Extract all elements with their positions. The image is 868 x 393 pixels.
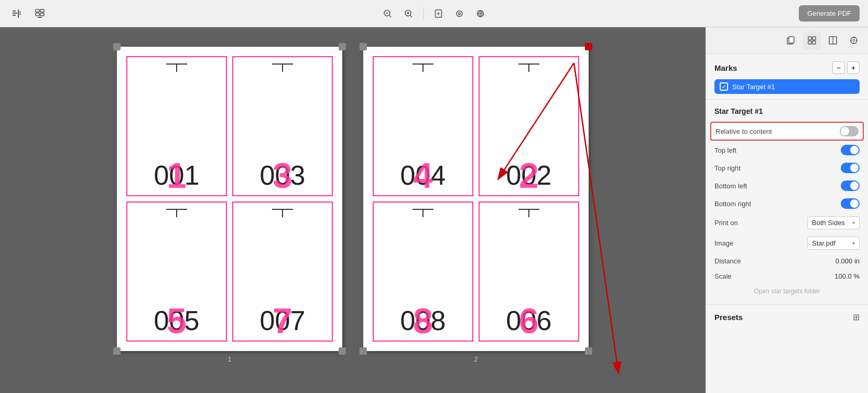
- print-on-value: Both Sides: [812, 219, 845, 227]
- svg-rect-2: [13, 15, 16, 16]
- card-base-4: 004: [400, 162, 446, 189]
- card-base-6: 006: [506, 307, 552, 334]
- card-6: 006 6: [479, 201, 579, 342]
- svg-rect-5: [19, 14, 21, 15]
- mark-checkbox-check: ✓: [722, 83, 726, 90]
- main-layout: 001 1 003 3: [0, 27, 868, 393]
- presets-grid-icon[interactable]: ⊞: [853, 312, 860, 322]
- sidebar-grid-view-btn[interactable]: [803, 31, 821, 49]
- card-base-8: 008: [400, 307, 446, 334]
- mark-item-star-target-1[interactable]: ✓ Star Target #1: [714, 79, 860, 94]
- card-base-5: 005: [154, 307, 200, 334]
- relative-to-content-label: Relative to content: [715, 128, 772, 135]
- page-1-label: 1: [227, 355, 231, 363]
- print-on-row: Print on Both Sides ▾: [714, 213, 860, 232]
- actual-size-button[interactable]: [472, 5, 489, 22]
- card-top-mark-6: [518, 209, 539, 217]
- card-number-2: 002 2: [506, 162, 552, 189]
- svg-point-21: [457, 10, 462, 16]
- zoom-in-button[interactable]: [400, 5, 417, 22]
- mark-item-label: Star Target #1: [732, 83, 854, 91]
- bottom-left-row: Bottom left: [714, 177, 860, 194]
- image-dropdown[interactable]: Star.pdf ▾: [807, 237, 860, 250]
- corner-mark-br-p1: [339, 347, 346, 355]
- fit-page-button[interactable]: [430, 5, 447, 22]
- corner-mark-tr-p2: [585, 43, 592, 50]
- top-right-toggle[interactable]: [841, 163, 860, 173]
- card-1: 001 1: [126, 56, 227, 196]
- corner-mark-tl-p2: [360, 43, 367, 50]
- svg-rect-35: [812, 41, 816, 44]
- corner-mark-tr-p1: [339, 43, 346, 50]
- card-8: 008 8: [373, 201, 473, 342]
- svg-rect-7: [40, 9, 44, 12]
- corner-mark-br-p2: [585, 347, 592, 355]
- card-number-5: 005 5: [154, 307, 200, 334]
- relative-to-content-row: Relative to content: [710, 122, 864, 141]
- card-number-7: 007 7: [260, 307, 306, 334]
- page-1: 001 1 003 3: [117, 47, 342, 351]
- page-2: 004 4 002 2: [363, 47, 589, 351]
- sidebar-copy-layout-btn[interactable]: [782, 31, 800, 49]
- marks-plus-btn[interactable]: +: [847, 61, 860, 74]
- card-number-8: 008 8: [400, 307, 446, 334]
- top-left-toggle[interactable]: [841, 145, 860, 155]
- card-number-6: 006 6: [506, 307, 552, 334]
- svg-rect-4: [19, 12, 21, 13]
- card-grid-p2: 004 4 002 2: [363, 47, 589, 351]
- generate-pdf-button[interactable]: Generate PDF: [799, 5, 860, 22]
- arrow-overlay: [0, 27, 706, 393]
- presets-title: Presets: [714, 313, 743, 322]
- zoom-out-button[interactable]: [379, 5, 396, 22]
- toolbar: Generate PDF: [0, 0, 868, 27]
- print-on-label: Print on: [714, 219, 738, 227]
- marks-actions: − +: [832, 61, 860, 74]
- canvas-area[interactable]: 001 1 003 3: [0, 27, 706, 393]
- card-top-mark-1: [166, 63, 187, 72]
- svg-rect-33: [812, 37, 816, 40]
- image-value: Star.pdf: [812, 239, 836, 247]
- svg-rect-1: [13, 13, 17, 14]
- svg-rect-8: [36, 13, 39, 16]
- toolbar-left-tools: [8, 5, 48, 22]
- open-folder-link[interactable]: Open star targets folder: [714, 283, 860, 297]
- svg-rect-31: [789, 37, 794, 43]
- sidebar: Marks − + ✓ Star Target #1 Star Target #…: [706, 27, 868, 393]
- page-2-label: 2: [474, 355, 478, 363]
- top-right-row: Top right: [714, 160, 860, 176]
- svg-point-22: [459, 13, 461, 15]
- sidebar-split-view-btn[interactable]: [824, 31, 842, 49]
- marks-title: Marks: [714, 63, 737, 72]
- relative-to-content-toggle[interactable]: [840, 126, 859, 136]
- svg-rect-3: [18, 9, 19, 18]
- marks-header: Marks − +: [714, 61, 860, 74]
- card-top-mark-8: [413, 209, 433, 217]
- toggle-knob-br: [850, 199, 859, 208]
- page-2-wrapper: 004 4 002 2: [363, 47, 589, 363]
- scale-label: Scale: [714, 272, 732, 280]
- card-top-mark-5: [166, 209, 187, 217]
- bottom-left-toggle[interactable]: [841, 180, 860, 191]
- card-7: 007 7: [232, 201, 333, 342]
- bottom-right-label: Bottom right: [714, 200, 751, 208]
- marks-minus-btn[interactable]: −: [832, 61, 845, 74]
- scale-row: Scale 100.0 %: [714, 269, 860, 283]
- toggle-knob-tr: [850, 164, 859, 172]
- toolbar-center-tools: [379, 5, 489, 22]
- distance-row: Distance 0.000 in: [714, 254, 860, 268]
- fit-width-button[interactable]: [451, 5, 468, 22]
- scale-value: 100.0 %: [834, 272, 860, 280]
- star-panel-title: Star Target #1: [714, 107, 860, 115]
- print-on-dropdown[interactable]: Both Sides ▾: [807, 216, 860, 229]
- card-base-7: 007: [260, 307, 306, 334]
- card-base-3: 003: [260, 162, 306, 189]
- sidebar-crosshair-btn[interactable]: [845, 31, 863, 49]
- svg-line-17: [410, 15, 413, 17]
- tool-grid-btn[interactable]: [31, 5, 48, 22]
- bottom-right-toggle[interactable]: [841, 198, 860, 209]
- tool-align-btn[interactable]: [8, 5, 25, 22]
- svg-line-13: [389, 15, 392, 17]
- distance-value: 0.000 in: [836, 257, 860, 265]
- dropdown-arrow-image: ▾: [852, 240, 855, 246]
- top-left-row: Top left: [714, 142, 860, 158]
